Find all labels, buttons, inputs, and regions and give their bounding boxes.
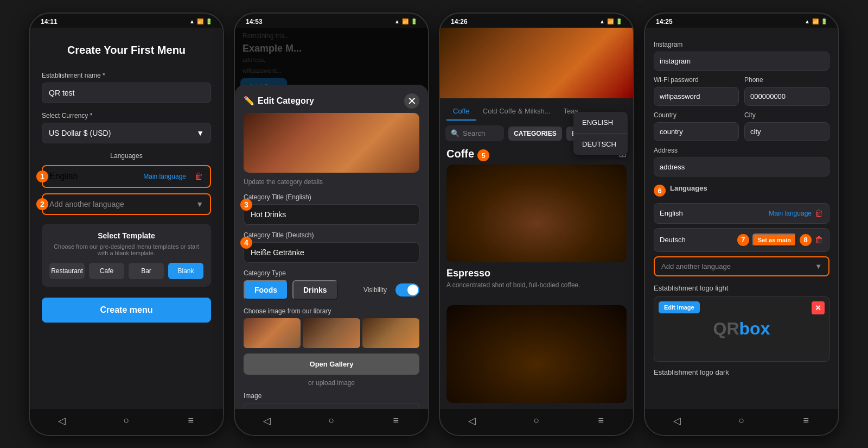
menu-icon-4[interactable]: ≡	[800, 414, 813, 427]
nav-bar-1: ◁ ○ ≡	[30, 409, 223, 435]
logo-section: Establishment logo light Edit image ✕ QR…	[654, 284, 829, 376]
box-text: box	[739, 319, 770, 339]
main-language-badge: Main language	[143, 173, 186, 180]
badge-3: 3	[240, 199, 252, 211]
set-as-main-button[interactable]: Set as main	[752, 234, 796, 247]
category-type-row: Foods Drinks Visibility	[244, 280, 419, 300]
menu-icon-3[interactable]: ≡	[595, 414, 608, 427]
phone1-title: Create Your First Menu	[42, 44, 211, 56]
add-language-text: Add another language	[49, 200, 124, 209]
menu-icon-2[interactable]: ≡	[390, 414, 403, 427]
gallery-thumb-3[interactable]	[362, 318, 419, 348]
address-input[interactable]: address	[654, 157, 829, 176]
status-bar-1: 14:11 ▲ 📶 🔋	[30, 14, 223, 28]
signal-icon-3: 📶	[607, 18, 614, 24]
foods-button[interactable]: Foods	[244, 280, 288, 300]
instagram-input[interactable]: instagram	[654, 52, 829, 71]
home-icon-3[interactable]: ○	[530, 414, 543, 427]
template-cafe[interactable]: Cafe	[89, 263, 124, 279]
search-placeholder: Search	[463, 129, 485, 137]
deutsch-lang-row: Deutsch 7 Set as main 8 🗑	[654, 228, 829, 252]
field1-input[interactable]: Hot Drinks	[244, 204, 419, 225]
country-input[interactable]: country	[654, 122, 739, 141]
dropdown-chevron: ▼	[196, 200, 203, 209]
create-menu-button[interactable]: Create menu	[42, 298, 211, 323]
lang1-actions: Main language 🗑	[769, 209, 824, 218]
gallery-thumb-2[interactable]	[303, 318, 360, 348]
gallery-thumb-1[interactable]	[244, 318, 301, 348]
tab-coffe[interactable]: Coffe	[446, 103, 476, 121]
category-type-label: Category Type	[244, 269, 419, 277]
establishment-input[interactable]: QR test	[42, 83, 211, 103]
search-icon: 🔍	[451, 129, 459, 137]
currency-label: Select Currency *	[42, 112, 211, 119]
phone-input[interactable]: 000000000	[744, 87, 829, 106]
americano-card: Americano Espresso with hot water, creat…	[440, 305, 633, 409]
phone2-content: Remaining tria... Example M... address, …	[235, 28, 428, 409]
tab-cold-coffe[interactable]: Cold Coffe & Milksh...	[476, 103, 557, 121]
home-icon-4[interactable]: ○	[735, 414, 748, 427]
edit-icon: ✏️	[244, 96, 254, 106]
menu-icon[interactable]: ≡	[184, 414, 197, 427]
badge-4: 4	[240, 237, 252, 249]
currency-select[interactable]: US Dollar $ (USD) ▼	[42, 123, 211, 143]
english-lang-item[interactable]: English Main language 🗑	[42, 165, 211, 188]
edit-image-button[interactable]: Edit image	[659, 301, 700, 313]
categories-badge[interactable]: CATEGORIES	[508, 127, 561, 141]
dropdown-english[interactable]: ENGLISH	[573, 112, 628, 134]
home-icon[interactable]: ○	[120, 414, 133, 427]
back-icon[interactable]: ◁	[55, 414, 68, 427]
add-another-language-row[interactable]: Add another language ▼	[654, 256, 829, 276]
phone3-content: Coffe Cold Coffe & Milksh... Teas 🔍 Sear…	[440, 28, 633, 409]
logo-box: Edit image ✕ QR box	[654, 296, 829, 362]
template-restaurant[interactable]: Restaurant	[49, 263, 85, 279]
lang2-delete-icon[interactable]: 🗑	[815, 235, 824, 245]
english-lang-name: English	[49, 172, 78, 181]
time-1: 14:11	[41, 18, 58, 26]
badge-1: 1	[36, 171, 48, 182]
home-icon-2[interactable]: ○	[325, 414, 338, 427]
language-dropdown[interactable]: ENGLISH DEUTSCH	[573, 112, 628, 155]
lang1-delete-icon[interactable]: 🗑	[815, 209, 824, 218]
modal-close-button[interactable]: ✕	[404, 93, 419, 109]
wifi-icon-3: ▲	[599, 18, 605, 24]
wifi-input[interactable]: wifipassword	[654, 87, 739, 106]
back-icon-3[interactable]: ◁	[465, 414, 478, 427]
americano-visual	[446, 305, 627, 403]
status-icons-2: ▲ 📶 🔋	[394, 18, 417, 24]
dropdown-deutsch[interactable]: DEUTSCH	[573, 134, 628, 155]
gallery-grid	[244, 318, 419, 348]
signal-icon-2: 📶	[402, 18, 409, 24]
template-blank[interactable]: Blank	[168, 263, 203, 279]
show-preview-button[interactable]: 👁 Show Preview	[244, 403, 419, 409]
country-city-row: Country country City city	[654, 106, 829, 141]
delete-language-icon[interactable]: 🗑	[195, 172, 203, 181]
time-3: 14:26	[451, 18, 468, 26]
open-gallery-button[interactable]: Open Gallery	[244, 354, 419, 375]
drinks-button[interactable]: Drinks	[292, 280, 338, 300]
badge-2: 2	[36, 198, 48, 210]
logo-delete-button[interactable]: ✕	[812, 301, 825, 314]
add-language-dropdown[interactable]: Add another language ▼	[42, 193, 211, 215]
phone1-content: Create Your First Menu Establishment nam…	[30, 28, 223, 409]
or-upload-text: or upload image	[244, 379, 419, 387]
phone4-content: Instagram instagram Wi-Fi password wifip…	[645, 28, 838, 409]
toggle-knob	[407, 285, 418, 295]
edit-category-modal: ✏️ Edit Category ✕ Update the category d…	[235, 85, 428, 409]
city-input[interactable]: city	[744, 122, 829, 141]
instagram-label: Instagram	[654, 41, 829, 48]
image-label: Image	[244, 392, 419, 400]
badge-6: 6	[654, 185, 666, 197]
back-icon-4[interactable]: ◁	[671, 414, 684, 427]
wifi-icon: ▲	[189, 18, 195, 24]
template-bar[interactable]: Bar	[129, 263, 164, 279]
back-icon-2[interactable]: ◁	[260, 414, 273, 427]
visibility-toggle[interactable]	[395, 283, 419, 296]
espresso-name: Espresso	[446, 268, 627, 279]
field2-input[interactable]: Heiße Getränke	[244, 242, 419, 263]
phone-2: 14:53 ▲ 📶 🔋 Remaining tria... Example M.…	[234, 12, 429, 436]
english-lang-row: English Main language 🗑	[654, 203, 829, 224]
espresso-desc: A concentrated shot of bold, full-bodied…	[446, 281, 627, 289]
search-bar[interactable]: 🔍 Search	[445, 125, 504, 141]
americano-name: Americano	[446, 408, 627, 409]
